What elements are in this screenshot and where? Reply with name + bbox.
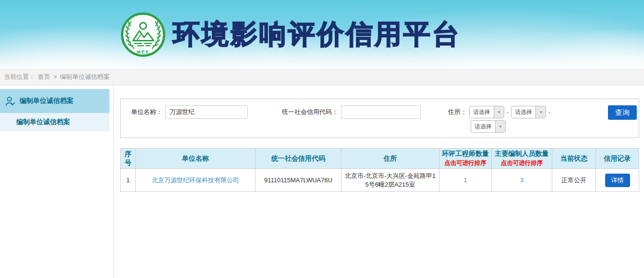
sidebar: 编制单位诚信档案 编制单位诚信档案 — [0, 86, 109, 278]
breadcrumb-prefix: 当前位置： — [4, 73, 35, 80]
breadcrumb: 当前位置：首页>编制单位诚信档案 — [0, 69, 644, 86]
engineer-count-link[interactable]: 1 — [463, 177, 467, 184]
engineer-count-title: 环评工程师数量 — [442, 150, 489, 157]
address-city-select[interactable]: 请选择 ▼ — [511, 106, 546, 118]
sidebar-item-unit-credit-archive[interactable]: 编制单位诚信档案 — [0, 89, 109, 113]
page-title: 环境影响评价信用平台 — [173, 16, 461, 53]
table-header-row: 序号 单位名称 统一社会信用代码 住所 环评工程师数量 点击可进行排序 主要编制… — [121, 149, 639, 169]
address-label: 住所： — [448, 108, 467, 116]
unit-name-link[interactable]: 北京万源世纪环保科技有限公司 — [152, 177, 239, 184]
column-header-engineer-count-sort[interactable]: 环评工程师数量 点击可进行排序 — [439, 149, 492, 169]
credit-code-label: 统一社会信用代码： — [282, 108, 338, 116]
query-button[interactable]: 查询 — [608, 105, 637, 120]
column-header-address: 住所 — [341, 149, 439, 169]
address-dash-2: - — [548, 109, 550, 116]
column-header-staff-count-sort[interactable]: 主要编制人员数量 点击可进行排序 — [492, 149, 552, 169]
sidebar-subitem-unit-credit-archive[interactable]: 编制单位诚信档案 — [0, 113, 109, 131]
unit-name-input[interactable] — [165, 105, 248, 119]
column-header-credit-code: 统一社会信用代码 — [255, 149, 341, 169]
cell-address: 北京市-北京市-大兴区-金苑路甲15号6幢2层A215室 — [341, 169, 439, 192]
column-header-seq: 序号 — [121, 149, 136, 169]
mee-logo-icon: MEE — [120, 12, 166, 58]
staff-count-link[interactable]: 3 — [520, 177, 523, 184]
sidebar-item-label: 编制单位诚信档案 — [20, 97, 73, 105]
header-banner: MEE 环境影响评价信用平台 — [0, 0, 644, 69]
search-row-1: 单位名称： 统一社会信用代码： 住所： 请选择 ▼ - 请选择 ▼ - — [121, 105, 639, 119]
address-province-select[interactable]: 请选择 ▼ — [469, 106, 504, 118]
column-header-unit-name: 单位名称 — [136, 149, 255, 169]
cell-credit-code: 91110115MA7LWUA76U — [255, 169, 341, 192]
sort-hint-label: 点击可进行排序 — [440, 159, 490, 167]
column-header-status: 当前状态 — [552, 149, 596, 169]
breadcrumb-current: 编制单位诚信档案 — [60, 73, 110, 80]
user-check-icon — [5, 96, 16, 107]
breadcrumb-home-link[interactable]: 首页 — [38, 73, 50, 80]
search-row-2: 请选择 ▼ — [121, 120, 639, 133]
sort-hint-label: 点击可进行排序 — [493, 159, 551, 167]
page-body: 编制单位诚信档案 编制单位诚信档案 单位名称： 统一社会信用代码： 住所： 请选… — [0, 86, 644, 278]
address-district-select[interactable]: 请选择 ▼ — [471, 120, 506, 133]
select-value: 请选择 — [511, 108, 535, 116]
cell-status: 正常公开 — [552, 169, 596, 192]
credit-code-input[interactable] — [341, 105, 421, 119]
main-content: 单位名称： 统一社会信用代码： 住所： 请选择 ▼ - 请选择 ▼ - 请选择 — [113, 86, 644, 278]
svg-text:MEE: MEE — [137, 49, 150, 54]
chevron-down-icon: ▼ — [495, 121, 505, 132]
cell-seq: 1 — [121, 169, 136, 192]
address-dash-1: - — [507, 109, 509, 116]
select-value: 请选择 — [470, 108, 494, 116]
detail-button[interactable]: 详情 — [605, 174, 630, 187]
select-value: 请选择 — [471, 123, 495, 131]
breadcrumb-separator: > — [53, 73, 57, 80]
chevron-down-icon: ▼ — [535, 106, 546, 118]
sidebar-subitem-label: 编制单位诚信档案 — [16, 118, 70, 126]
staff-count-title: 主要编制人员数量 — [495, 150, 549, 157]
search-panel: 单位名称： 统一社会信用代码： 住所： 请选择 ▼ - 请选择 ▼ - 请选择 — [120, 99, 639, 138]
unit-name-label: 单位名称： — [131, 108, 162, 116]
table-row: 1 北京万源世纪环保科技有限公司 91110115MA7LWUA76U 北京市-… — [121, 169, 639, 192]
chevron-down-icon: ▼ — [494, 106, 504, 118]
column-header-credit-record: 信用记录 — [596, 149, 639, 169]
results-table: 序号 单位名称 统一社会信用代码 住所 环评工程师数量 点击可进行排序 主要编制… — [120, 148, 639, 192]
